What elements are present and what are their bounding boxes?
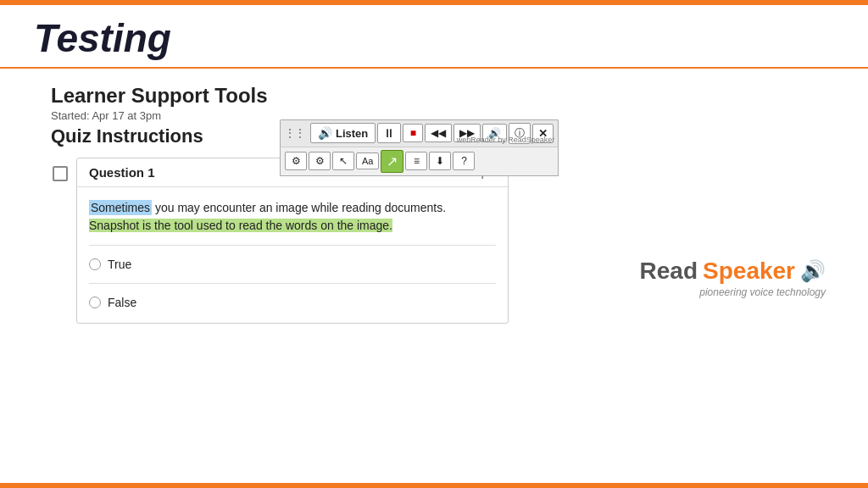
stop-button[interactable]: ■ bbox=[403, 124, 423, 142]
logo-read: Read bbox=[640, 258, 698, 285]
answer-false-label: False bbox=[108, 296, 136, 309]
readspeaker-toolbar: ⋮⋮ 🔊 Listen ⏸ ■ ◀◀ ▶▶ 🔊 ⓘ ✕ webReader by… bbox=[280, 119, 559, 176]
page-header: Testing bbox=[0, 5, 868, 69]
logo-speaker: Speaker bbox=[703, 258, 795, 285]
rewind-button[interactable]: ◀◀ bbox=[425, 124, 452, 142]
radio-false[interactable] bbox=[89, 297, 101, 308]
answer-option-false: False bbox=[89, 291, 496, 314]
cursor-button[interactable]: ↖ bbox=[332, 152, 354, 170]
question-number: Question 1 bbox=[89, 165, 155, 180]
settings2-button[interactable]: ⚙ bbox=[309, 152, 331, 170]
download-button[interactable]: ⬇ bbox=[429, 152, 451, 170]
speaker-icon: 🔊 bbox=[318, 126, 332, 140]
question-text: Sometimes you may encounter an image whi… bbox=[89, 199, 496, 235]
question-text-after: you may encounter an image while reading… bbox=[152, 201, 446, 214]
main-content: Learner Support Tools Started: Apr 17 at… bbox=[0, 69, 868, 324]
section-title: Learner Support Tools bbox=[51, 84, 817, 108]
question-checkbox[interactable] bbox=[53, 166, 68, 181]
sometimes-highlight: Sometimes bbox=[89, 200, 152, 215]
settings-button[interactable]: ⚙ bbox=[285, 152, 307, 170]
answer-option-true: True bbox=[89, 252, 496, 276]
listen-button[interactable]: 🔊 Listen bbox=[310, 123, 376, 143]
toolbar-attribution: webReader by ReadSpeaker bbox=[457, 136, 555, 144]
text-size-button[interactable]: Aa bbox=[356, 152, 379, 169]
question-text-line2: Snapshot is the tool used to read the wo… bbox=[89, 219, 392, 232]
help-button[interactable]: ? bbox=[453, 152, 475, 170]
radio-true[interactable] bbox=[89, 258, 101, 270]
readspeaker-logo: ReadSpeaker 🔊 bbox=[640, 258, 826, 285]
divider-2 bbox=[89, 283, 496, 284]
grid-icon: ⋮⋮ bbox=[285, 127, 305, 139]
bottom-accent-bar bbox=[0, 483, 868, 488]
answer-true-label: True bbox=[108, 258, 131, 271]
divider-1 bbox=[89, 245, 496, 246]
question-body: Sometimes you may encounter an image whi… bbox=[77, 187, 508, 323]
highlight-button[interactable]: ↗ bbox=[381, 150, 403, 173]
toolbar-bottom-row: webReader by ReadSpeaker ⚙ ⚙ ↖ Aa ↗ ≡ ⬇ … bbox=[280, 147, 559, 176]
question-card: Question 1 1 pts Sometimes you may encou… bbox=[76, 158, 509, 324]
pause-button[interactable]: ⏸ bbox=[377, 123, 401, 143]
readspeaker-logo-area: ReadSpeaker 🔊 pioneering voice technolog… bbox=[640, 258, 826, 298]
logo-speaker-icon: 🔊 bbox=[800, 259, 826, 283]
menu-button[interactable]: ≡ bbox=[405, 152, 427, 170]
rs-tagline: pioneering voice technology bbox=[640, 286, 826, 298]
page-title: Testing bbox=[34, 17, 834, 60]
